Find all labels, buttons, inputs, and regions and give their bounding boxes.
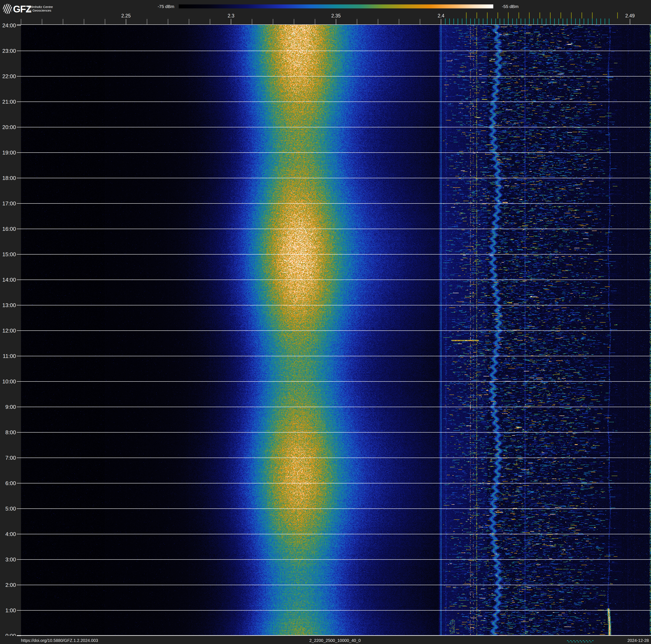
ble-channel-tick	[495, 19, 496, 25]
time-axis-label: 2:00	[0, 582, 16, 588]
hour-gridline	[21, 229, 651, 229]
ble-channel-tick	[512, 19, 513, 25]
wifi-channel-tick	[497, 12, 498, 19]
time-axis-tick	[17, 585, 21, 585]
time-axis-tick	[17, 356, 21, 356]
freq-minor-tick	[315, 19, 315, 24]
freq-minor-tick	[189, 19, 189, 24]
ble-channel-tick	[458, 19, 458, 25]
wifi-channel-tick	[476, 12, 477, 19]
ble-channel-tick	[567, 19, 567, 25]
freq-minor-tick	[441, 19, 441, 25]
hour-gridline	[21, 178, 651, 178]
freq-minor-tick	[273, 19, 273, 24]
ble-channel-tick	[600, 19, 601, 25]
wifi-channel-tick	[508, 12, 508, 19]
brand-tagline: Helmholtz Centre for Geosciences	[28, 5, 53, 12]
hour-gridline	[21, 610, 651, 611]
time-axis-label: 4:00	[0, 531, 16, 537]
brand-tagline-line2: for Geosciences	[28, 9, 53, 12]
time-axis-label: 6:00	[0, 480, 16, 487]
ble-channel-tick	[563, 19, 563, 25]
time-axis-tick	[17, 127, 21, 127]
hour-gridline	[21, 559, 651, 560]
footer-artifact-dashes	[568, 642, 593, 642]
time-axis-tick	[17, 178, 21, 178]
plot-bottom-border	[17, 635, 651, 636]
ble-channel-tick	[478, 19, 479, 25]
time-axis-label: 19:00	[0, 149, 16, 156]
ble-channel-tick	[554, 19, 555, 25]
wifi-channel-tick	[550, 12, 551, 19]
time-axis-tick	[17, 610, 21, 611]
ble-channel-tick	[491, 19, 492, 25]
spectrogram-canvas[interactable]	[21, 25, 651, 636]
freq-axis-label: 2.4	[432, 13, 451, 19]
dataset-file-id: 2_2200_2500_10000_40_0	[309, 638, 361, 643]
time-axis-tick	[17, 101, 21, 102]
wifi-channel-tick	[617, 12, 618, 19]
time-axis-label: 22:00	[0, 73, 16, 80]
ble-channel-tick	[571, 19, 571, 25]
hour-gridline	[21, 381, 651, 382]
time-axis-label: 8:00	[0, 429, 16, 436]
date-label: 2024-12-28	[607, 638, 649, 643]
hour-gridline	[21, 76, 651, 77]
plot-top-border	[17, 24, 651, 25]
freq-minor-tick	[168, 19, 168, 24]
wifi-channel-tick	[560, 12, 561, 19]
time-axis-label: 16:00	[0, 226, 16, 232]
time-axis-label: 12:00	[0, 327, 16, 334]
time-axis-tick	[17, 534, 21, 534]
ble-channel-tick	[533, 19, 534, 25]
colorbar-max-label: -55 dBm	[502, 4, 544, 9]
wifi-channel-tick	[466, 12, 467, 19]
wifi-channel-tick	[592, 12, 593, 19]
ble-channel-tick	[558, 19, 559, 25]
hour-gridline	[21, 101, 651, 102]
ble-channel-tick	[525, 19, 525, 25]
hour-gridline	[21, 407, 651, 407]
ble-channel-tick	[445, 19, 445, 25]
doi-link[interactable]: https://doi.org/10.5880/GFZ.1.2.2024.003	[21, 638, 98, 643]
freq-axis-label: 2.3	[222, 13, 241, 19]
hour-gridline	[21, 280, 651, 280]
hour-gridline	[21, 152, 651, 153]
hour-gridline	[21, 127, 651, 127]
hour-gridline	[21, 203, 651, 204]
freq-minor-tick	[378, 19, 378, 24]
time-axis-label: 14:00	[0, 276, 16, 283]
ble-channel-tick	[529, 19, 530, 25]
time-axis-tick	[17, 203, 21, 204]
time-axis-tick	[17, 559, 21, 560]
time-axis-tick	[17, 330, 21, 331]
freq-axis-label: 2.25	[117, 13, 135, 19]
hour-gridline	[21, 356, 651, 356]
wifi-channel-tick	[571, 12, 571, 19]
footer-bar: https://doi.org/10.5880/GFZ.1.2.2024.003…	[0, 636, 651, 644]
time-axis-tick	[17, 483, 21, 484]
hour-gridline	[21, 254, 651, 255]
ble-channel-tick	[521, 19, 521, 25]
time-axis-label: 24:00	[0, 22, 16, 29]
hour-gridline	[21, 330, 651, 331]
ble-channel-tick	[470, 19, 471, 25]
ble-channel-tick	[546, 19, 547, 25]
hour-gridline	[21, 432, 651, 433]
brand-tagline-line1: Helmholtz Centre	[28, 5, 53, 9]
ble-channel-tick	[508, 19, 508, 25]
gfz-globe-logo-icon	[3, 4, 12, 14]
ble-channel-tick	[579, 19, 580, 25]
time-axis-label: 5:00	[0, 505, 16, 512]
time-axis-tick	[17, 254, 21, 255]
time-axis-label: 11:00	[0, 353, 16, 359]
hour-gridline	[21, 458, 651, 458]
wifi-channel-tick	[529, 12, 530, 19]
time-axis-tick	[17, 508, 21, 509]
freq-minor-tick	[294, 19, 294, 24]
ble-channel-tick	[462, 19, 462, 25]
footer-artifact-dashes	[567, 640, 595, 641]
time-axis-tick	[17, 51, 21, 51]
hour-gridline	[21, 51, 651, 51]
freq-minor-tick	[126, 19, 126, 25]
